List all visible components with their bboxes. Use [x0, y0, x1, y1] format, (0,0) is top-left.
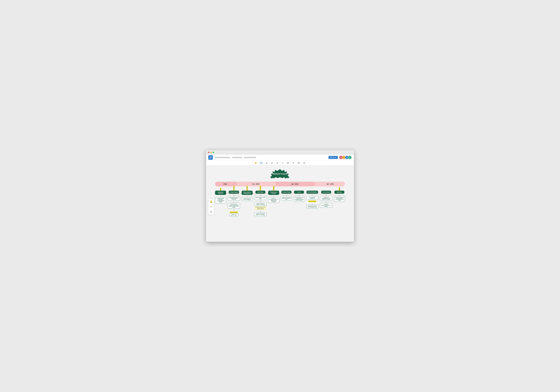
minimize-button[interactable] — [210, 152, 212, 153]
sub-footer-1: Optimize Footer with all relevant Subpag… — [293, 196, 305, 202]
svg-line-3 — [331, 157, 331, 157]
nav-placeholder-2 — [232, 157, 242, 158]
flow-columns: Done Navigation Structure Update Website… — [215, 188, 345, 216]
hand-tool[interactable]: ✋ — [254, 161, 258, 165]
sub-redesign-1: Check and update all existing pages conc… — [334, 196, 345, 202]
svg-point-2 — [331, 158, 331, 158]
sub-start-1: Improve logic on start page — [254, 196, 266, 200]
share-button[interactable]: Share — [329, 156, 338, 159]
svg-line-10 — [282, 162, 283, 164]
brush-tool[interactable] — [276, 161, 279, 165]
col-target: Work in Progress Target Group Content Cr… — [268, 188, 279, 203]
node-footer[interactable]: Footer — [294, 191, 304, 194]
text-tool[interactable]: T — [292, 161, 295, 165]
share-label: Share — [332, 157, 336, 158]
comment-start: Abhängig von Ehmele (läuft auf dem Start… — [255, 206, 266, 210]
arrow-6 — [292, 188, 293, 194]
arrow-3 — [253, 188, 254, 194]
arrow-8 — [319, 188, 320, 194]
col-footer: Footer Optimize Footer with all relevant… — [293, 188, 305, 202]
svg-marker-14 — [304, 162, 305, 164]
close-button[interactable] — [208, 152, 209, 153]
node-journey[interactable]: User Journey — [321, 191, 331, 194]
node-content[interactable]: Content Update — [229, 191, 239, 194]
arrow-7 — [305, 188, 306, 194]
svg-line-4 — [331, 158, 331, 158]
node-redesign[interactable]: Redesign — [334, 191, 344, 194]
sticky-tool[interactable] — [302, 161, 306, 165]
diagram-title: Website Project — [273, 173, 287, 175]
nav-placeholder-1 — [215, 157, 230, 158]
col-redesign: Redesign Redesign Check and update all e… — [334, 188, 345, 202]
title-section: Website Project — [208, 169, 352, 180]
sidebar-check-icon[interactable]: ✔ — [209, 205, 213, 209]
line-tool[interactable] — [281, 161, 284, 165]
arrow-4 — [267, 188, 268, 194]
comment-tool[interactable] — [297, 161, 300, 165]
col-delta: Work in Progress Delta: missing landingp… — [241, 188, 253, 201]
nav-placeholder-3 — [244, 157, 256, 158]
arrow-9 — [332, 188, 334, 194]
svg-rect-11 — [287, 163, 288, 164]
sub-delta-1: Create content for each landingpage — [241, 197, 253, 201]
sub-content-2: Create new assets (pictures & texts) Che… — [228, 203, 240, 209]
svg-marker-12 — [288, 162, 289, 163]
sidebar-menu-icon[interactable]: ☰ — [209, 210, 213, 214]
sub-nav-1: Update Website Structure concerning User… — [215, 197, 226, 203]
wip-badge-seo: Work in Progress — [308, 201, 316, 202]
toolbar: Share — [206, 155, 354, 160]
sub-content-1: Check existing content and update where … — [228, 196, 240, 201]
shapes-tool[interactable] — [286, 161, 290, 165]
pen-tool[interactable] — [270, 161, 274, 165]
col-nav: Done Navigation Structure Update Website… — [215, 188, 226, 203]
node-start[interactable]: Start page — [255, 191, 265, 194]
sub-start-2: Implement Search Function on start page — [254, 202, 266, 206]
node-target[interactable]: Target Group Content — [268, 191, 279, 195]
col-start: Work in Progress Start page Improve logi… — [254, 188, 266, 216]
toolbar-right: Share — [329, 156, 352, 159]
sidebar-bell-icon[interactable]: 🔔 — [209, 200, 213, 203]
maximize-button[interactable] — [213, 152, 214, 153]
arrow-5 — [280, 188, 280, 194]
title-bar — [206, 150, 354, 155]
col-seo: SEO Optimization On-page SEO optimizatio… — [306, 188, 319, 208]
avatar-4 — [348, 156, 352, 159]
toolbar-left — [208, 155, 256, 160]
node-nav[interactable]: Navigation Structure — [215, 191, 226, 195]
eraser-tool[interactable] — [265, 161, 268, 165]
timeline-row: 2022 Q1 - 2023 Q2 - 2023 Q3 - 2023 — [215, 182, 345, 186]
timeline-q3: Q3 - 2023 — [313, 182, 345, 186]
arrow-1 — [226, 188, 228, 194]
flow-diagram: Done Navigation Structure Update Website… — [215, 188, 345, 216]
badge-nav: Done — [220, 188, 221, 191]
sub-seo-1: On-page SEO optimization — [306, 196, 319, 200]
svg-rect-13 — [298, 162, 300, 163]
arrow-2 — [240, 188, 241, 194]
sub-content-3: Update CTAs — [229, 213, 239, 216]
sub-start-3: Implement activation Pop-up on start pag… — [254, 212, 266, 216]
node-seo[interactable]: SEO Optimization — [306, 191, 318, 194]
col-content: Work in Progress Content Update Check ex… — [228, 188, 240, 216]
traffic-lights — [208, 152, 214, 153]
svg-point-8 — [349, 157, 350, 158]
svg-marker-9 — [266, 162, 267, 164]
svg-point-1 — [330, 157, 331, 158]
svg-point-5 — [340, 157, 341, 158]
sub-journey-2: If needed: Improvements in navi / struct… — [320, 203, 332, 208]
sidebar-panel: 🔔 ✔ ☰ — [208, 199, 214, 215]
timeline-q1: Q1 - 2023 — [236, 182, 274, 186]
node-delta[interactable]: Delta: missing landingpages — [241, 191, 253, 195]
wip-badge-content: Work in Progress — [230, 211, 238, 213]
col-journey: User Journey Analysis and improvement of… — [320, 188, 332, 208]
app-logo — [208, 155, 213, 160]
starburst-container: Website Project — [265, 169, 295, 179]
tools-bar: ✋ — [206, 160, 354, 166]
sub-target-1: Create new landingpages for our target g… — [268, 197, 279, 203]
select-tool[interactable] — [260, 161, 263, 165]
timeline-2022: 2022 — [215, 182, 235, 186]
timeline: 2022 Q1 - 2023 Q2 - 2023 Q3 - 2023 — [215, 182, 345, 186]
node-channel[interactable]: Channel Pages — [281, 191, 291, 194]
sub-journey-1: Analysis and improvement of user journey… — [320, 196, 332, 201]
canvas-area: 🔔 ✔ ☰ Website Project 2022 — [206, 166, 354, 242]
timeline-q2: Q2 - 2023 — [274, 182, 313, 186]
